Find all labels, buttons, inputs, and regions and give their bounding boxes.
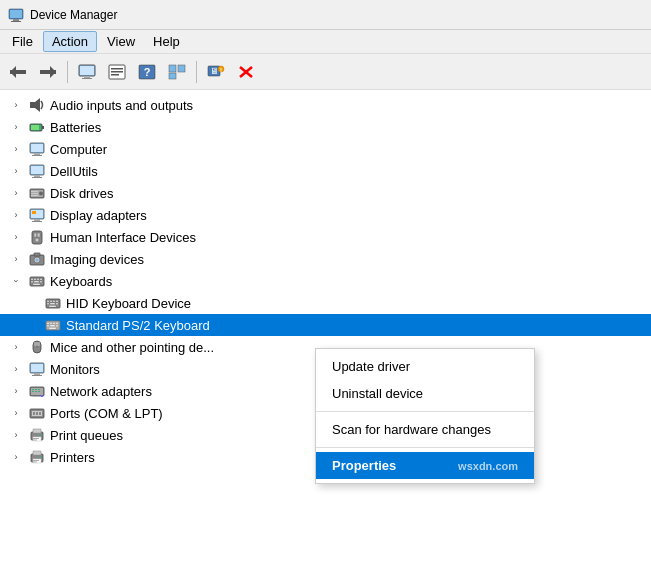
svg-rect-101 (35, 391, 37, 392)
expand-icon: › (8, 427, 24, 443)
toolbar-scan[interactable]: 🖥 ! (202, 58, 230, 86)
device-label: Standard PS/2 Keyboard (66, 318, 210, 333)
list-item[interactable]: › DellUtils (0, 160, 651, 182)
mouse-icon (28, 338, 46, 356)
forward-button[interactable] (34, 58, 62, 86)
device-label: Monitors (50, 362, 100, 377)
network-icon (28, 382, 46, 400)
audio-icon (28, 96, 46, 114)
svg-rect-34 (34, 153, 40, 155)
svg-rect-33 (31, 144, 43, 152)
toolbar-list[interactable] (103, 58, 131, 86)
expand-icon (24, 317, 40, 333)
svg-rect-90 (37, 342, 40, 346)
list-item[interactable]: HID Keyboard Device (0, 292, 651, 314)
list-item[interactable]: › Human Interface Devices (0, 226, 651, 248)
svg-rect-120 (33, 460, 39, 461)
toolbar-sep-1 (67, 61, 68, 83)
list-item[interactable]: › Computer (0, 138, 651, 160)
svg-rect-67 (40, 281, 42, 283)
svg-rect-43 (31, 191, 38, 192)
svg-rect-111 (33, 429, 41, 433)
device-label: Printers (50, 450, 95, 465)
svg-rect-86 (49, 328, 56, 330)
menu-bar: File Action View Help (0, 30, 651, 54)
svg-rect-108 (36, 412, 38, 415)
svg-rect-66 (34, 281, 39, 283)
list-item[interactable]: › Disk drives (0, 182, 651, 204)
svg-rect-102 (38, 391, 40, 392)
context-properties[interactable]: Properties wsxdn.com (316, 452, 534, 479)
context-watermark: wsxdn.com (458, 460, 518, 472)
main-content: › Audio inputs and outputs › Batteri (0, 90, 651, 577)
expand-icon: › (8, 383, 24, 399)
svg-rect-2 (11, 21, 21, 22)
device-label: Imaging devices (50, 252, 144, 267)
expand-icon: › (8, 229, 24, 245)
port-icon (28, 404, 46, 422)
svg-rect-20 (169, 73, 176, 79)
svg-point-119 (40, 456, 42, 458)
toolbar-remove[interactable] (232, 58, 260, 86)
svg-rect-62 (34, 279, 36, 281)
device-list: › Audio inputs and outputs › Batteri (0, 90, 651, 577)
svg-rect-75 (50, 303, 55, 305)
device-label: Ports (COM & LPT) (50, 406, 163, 421)
svg-rect-14 (111, 71, 123, 73)
menu-file[interactable]: File (4, 32, 41, 51)
svg-marker-28 (35, 98, 40, 112)
device-label: Display adapters (50, 208, 147, 223)
toolbar-computer[interactable] (73, 58, 101, 86)
menu-action[interactable]: Action (43, 31, 97, 52)
svg-rect-10 (84, 76, 90, 78)
toolbar-help[interactable]: ? (133, 58, 161, 86)
menu-help[interactable]: Help (145, 32, 188, 51)
back-button[interactable] (4, 58, 32, 86)
svg-rect-35 (32, 155, 42, 156)
list-item[interactable]: › Audio inputs and outputs (0, 94, 651, 116)
svg-rect-80 (50, 323, 52, 325)
printers-icon (28, 448, 46, 466)
computer-icon (28, 140, 46, 158)
context-scan[interactable]: Scan for hardware changes (316, 416, 534, 443)
expand-icon: › (8, 207, 24, 223)
expand-icon (24, 295, 40, 311)
list-item[interactable]: › Batteries (0, 116, 651, 138)
context-separator-1 (316, 411, 534, 412)
device-label: Keyboards (50, 274, 112, 289)
svg-rect-94 (32, 375, 42, 376)
selected-keyboard-item[interactable]: Standard PS/2 Keyboard (0, 314, 651, 336)
svg-rect-84 (50, 325, 55, 327)
svg-rect-38 (34, 175, 40, 177)
menu-view[interactable]: View (99, 32, 143, 51)
list-item[interactable]: › Display adapters (0, 204, 651, 226)
svg-rect-109 (39, 412, 41, 415)
svg-rect-52 (34, 233, 37, 237)
expand-icon: › (8, 361, 24, 377)
svg-rect-83 (47, 325, 49, 327)
svg-point-58 (36, 259, 39, 262)
imaging-icon (28, 250, 46, 268)
device-label: Network adapters (50, 384, 152, 399)
context-uninstall-device[interactable]: Uninstall device (316, 380, 534, 407)
svg-rect-104 (31, 396, 33, 397)
svg-rect-70 (47, 301, 49, 303)
svg-rect-82 (56, 323, 58, 325)
list-item[interactable]: › Imaging devices (0, 248, 651, 270)
toolbar: ? 🖥 ! (0, 54, 651, 90)
keyboard-ps2-icon (44, 316, 62, 334)
list-item[interactable]: › Keyboards (0, 270, 651, 292)
context-update-driver[interactable]: Update driver (316, 353, 534, 380)
svg-rect-63 (37, 279, 39, 281)
toolbar-view[interactable] (163, 58, 191, 86)
svg-text:?: ? (144, 66, 151, 78)
svg-text:🖥: 🖥 (210, 66, 219, 76)
device-label: Batteries (50, 120, 101, 135)
svg-point-113 (40, 434, 42, 436)
svg-rect-121 (33, 462, 37, 463)
svg-rect-3 (10, 10, 22, 18)
window-title: Device Manager (30, 8, 117, 22)
display-icon (28, 206, 46, 224)
title-bar: Device Manager (0, 0, 651, 30)
svg-rect-98 (35, 389, 37, 390)
